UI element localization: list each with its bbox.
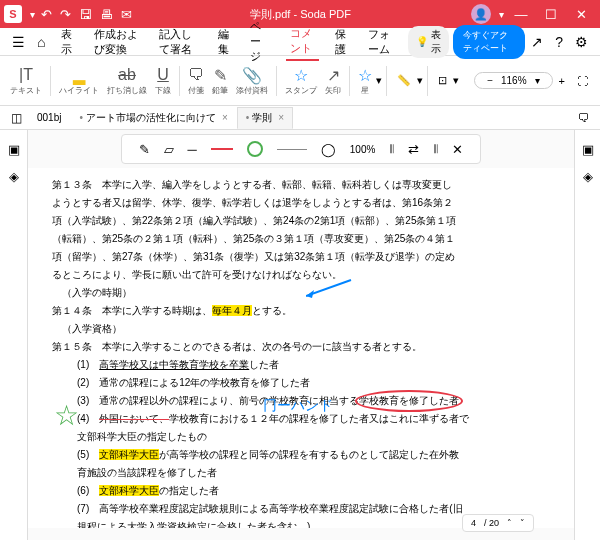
green-star-annotation[interactable]: ☆ (54, 391, 79, 441)
save-icon[interactable]: 🖫 (79, 7, 92, 22)
maximize-button[interactable]: ☐ (536, 7, 566, 22)
tool-strike[interactable]: ab打ち消し線 (107, 65, 147, 96)
tool-attach[interactable]: 📎添付資料 (236, 65, 268, 96)
zoom-in[interactable]: + (559, 75, 565, 87)
menu-edit[interactable]: 編集 (214, 24, 235, 60)
tool-text[interactable]: |Tテキスト (10, 65, 42, 96)
comments-panel-icon[interactable]: 🗨 (572, 111, 596, 125)
close-button[interactable]: ✕ (566, 7, 596, 22)
menu-view[interactable]: 表示 (57, 24, 78, 60)
tool-dropdown[interactable]: ▾ (376, 74, 382, 87)
menu-comment[interactable]: コメント (286, 23, 320, 61)
zoom-out[interactable]: − (487, 75, 493, 86)
zoom-dropdown[interactable]: ▾ (535, 75, 540, 86)
redo-icon[interactable]: ↷ (60, 7, 71, 22)
red-oval-annotation[interactable]: 学校教育を修了した者 (359, 392, 459, 410)
eraser-icon[interactable]: ▱ (164, 142, 174, 157)
menu-sign[interactable]: 記入して署名 (155, 24, 201, 60)
blue-arrow-annotation[interactable] (306, 278, 356, 298)
zoom-value: 116% (501, 75, 527, 86)
page-up-icon[interactable]: ˄ (507, 518, 512, 528)
undo-icon[interactable]: ↶ (41, 7, 52, 22)
tab-2[interactable]: •学則× (237, 107, 293, 129)
tool-star[interactable]: ☆星 (358, 65, 372, 96)
titlebar-dropdown[interactable]: ▾ (30, 9, 35, 20)
menu-page[interactable]: ページ (246, 16, 273, 67)
help-icon[interactable]: ? (555, 34, 563, 50)
measure-icon[interactable]: ⊡ (438, 74, 447, 87)
tool-highlight[interactable]: ▂ハイライト (59, 65, 99, 96)
document-page: 第１３条 本学に入学、編入学をしようとする者、転部、転籍、転科若しくは専攻変更し… (28, 168, 574, 528)
red-line-tool[interactable] (211, 148, 233, 150)
line-tool[interactable]: ─ (188, 142, 197, 157)
share-icon[interactable]: ↗ (531, 34, 543, 50)
menu-create[interactable]: 作成および変換 (90, 24, 143, 60)
thin-line[interactable] (277, 149, 307, 150)
tool-stamp[interactable]: ☆スタンプ (285, 65, 317, 96)
ruler-icon[interactable]: 📏 (397, 74, 411, 87)
tab-0[interactable]: 001bj (28, 108, 70, 127)
tab-1[interactable]: •アート市場の活性化に向けて× (70, 107, 236, 129)
print-icon[interactable]: 🖶 (100, 7, 113, 22)
measure-dropdown[interactable]: ▾ (453, 74, 459, 87)
right-panel-icon-1[interactable]: ▣ (582, 142, 594, 157)
tool-pencil[interactable]: ✎鉛筆 (212, 65, 228, 96)
ruler-dropdown[interactable]: ▾ (417, 74, 423, 87)
tool-underline[interactable]: U下線 (155, 65, 171, 96)
thumbnails-icon[interactable]: ▣ (8, 142, 20, 157)
tool-arrow[interactable]: ↗矢印 (325, 65, 341, 96)
activate-button[interactable]: 今すぐアクティベート (453, 25, 525, 59)
menu-protect[interactable]: 保護 (331, 24, 352, 60)
anno-sep2: ⦀ (433, 141, 438, 157)
right-panel-icon-2[interactable]: ◈ (583, 169, 593, 184)
opacity-circle[interactable]: ◯ (321, 142, 336, 157)
freehand-icon[interactable]: ✎ (139, 142, 150, 157)
mail-icon[interactable]: ✉ (121, 7, 132, 22)
hamburger-icon[interactable]: ☰ (12, 34, 25, 50)
layers-icon[interactable]: ◈ (9, 169, 19, 184)
page-indicator[interactable]: 4/ 20 ˄ ˅ (462, 514, 534, 532)
anno-align[interactable]: ⇄ (408, 142, 419, 157)
window-title: 学則.pdf - Soda PDF (136, 7, 465, 22)
home-icon[interactable]: ⌂ (37, 34, 45, 50)
circle-tool[interactable] (247, 141, 263, 157)
settings-icon[interactable]: ⚙ (575, 34, 588, 50)
tool-note[interactable]: 🗨付箋 (188, 65, 204, 96)
anno-sep1: ⦀ (389, 141, 394, 157)
svg-marker-1 (306, 290, 314, 298)
panel-toggle[interactable]: ◫ (4, 111, 28, 125)
avatar-dropdown[interactable]: ▾ (499, 9, 504, 20)
opacity-value: 100% (350, 144, 376, 155)
anno-close[interactable]: ✕ (452, 142, 463, 157)
annotation-toolbar: ✎ ▱ ─ ◯ 100% ⦀ ⇄ ⦀ ✕ (121, 134, 481, 164)
menu-form[interactable]: フォーム (364, 24, 398, 60)
fullscreen-icon[interactable]: ⛶ (577, 75, 588, 87)
minimize-button[interactable]: — (506, 7, 536, 22)
page-down-icon[interactable]: ˅ (520, 518, 525, 528)
app-logo: S (4, 5, 22, 23)
user-avatar[interactable]: 👤 (471, 4, 491, 24)
freehand-annotation[interactable]: 冂ーハンド (263, 393, 333, 418)
view-label[interactable]: 💡表示 (408, 26, 449, 58)
